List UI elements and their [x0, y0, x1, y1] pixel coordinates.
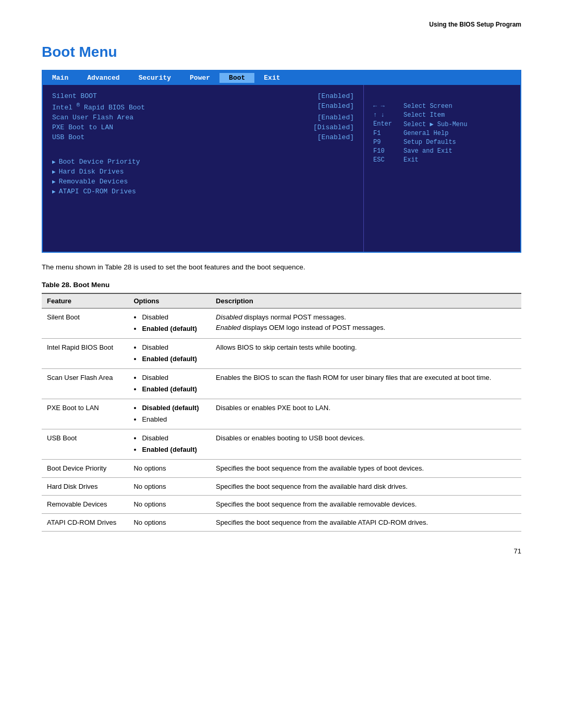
bios-key-desc-enter: Select ▶ Sub-Menu [403, 120, 467, 128]
bios-key-arrows: ← → [373, 103, 398, 110]
options-scan-user: Disabled Enabled (default) [128, 369, 211, 399]
feature-usb-boot: USB Boot [42, 429, 128, 460]
col-description: Description [211, 293, 521, 309]
bios-help-row-arrows: ← → Select Screen [373, 103, 511, 110]
table-row: USB Boot Disabled Enabled (default) Disa… [42, 429, 521, 460]
bios-menu-exit[interactable]: Exit [254, 73, 289, 83]
bios-submenu-label-boot-device: Boot Device Priority [59, 158, 140, 166]
desc-atapi: Specifies the boot sequence from the ava… [211, 513, 521, 532]
bios-help-row-p9: P9 Setup Defaults [373, 139, 511, 146]
bios-left-panel: Silent BOOT [Enabled] Intel ® Rapid BIOS… [43, 85, 364, 252]
bios-menu-security[interactable]: Security [129, 73, 180, 83]
desc-removable: Specifies the boot sequence from the ava… [211, 496, 521, 514]
bios-key-p9: P9 [373, 139, 398, 146]
feature-atapi: ATAPI CD-ROM Drives [42, 513, 128, 532]
table-row: PXE Boot to LAN Disabled (default) Enabl… [42, 399, 521, 429]
feature-hard-disk: Hard Disk Drives [42, 477, 128, 496]
desc-hard-disk: Specifies the boot sequence from the ava… [211, 477, 521, 496]
bios-setting-silent-boot: Silent BOOT [Enabled] [52, 92, 354, 100]
bios-value-rapid-bios: [Enabled] [317, 102, 354, 112]
bios-setting-pxe-boot: PXE Boot to LAN [Disabled] [52, 124, 354, 131]
desc-intel-rapid: Allows BIOS to skip certain tests while … [211, 339, 521, 369]
bios-submenu-boot-device[interactable]: ▶ Boot Device Priority [52, 158, 354, 166]
bios-help-row-esc: ESC Exit [373, 156, 511, 164]
bios-value-scan-user: [Enabled] [317, 114, 354, 121]
bios-key-desc-updown: Select Item [403, 112, 445, 119]
page-number: 71 [42, 547, 521, 555]
bios-setting-usb-boot: USB Boot [Enabled] [52, 133, 354, 141]
options-atapi: No options [128, 513, 211, 532]
feature-removable: Removable Devices [42, 496, 128, 514]
bios-menu-power[interactable]: Power [180, 73, 219, 83]
table-row: Boot Device Priority No options Specifie… [42, 460, 521, 478]
desc-boot-device: Specifies the boot sequence from the ava… [211, 460, 521, 478]
bios-submenu-label-hard-disk: Hard Disk Drives [59, 168, 124, 176]
options-usb-boot: Disabled Enabled (default) [128, 429, 211, 460]
bios-menu-bar: Main Advanced Security Power Boot Exit [43, 71, 520, 85]
desc-pxe-boot: Disables or enables PXE boot to LAN. [211, 399, 521, 429]
arrow-icon: ▶ [52, 168, 56, 175]
arrow-icon: ▶ [52, 158, 56, 165]
bios-value-pxe-boot: [Disabled] [313, 124, 354, 131]
feature-intel-rapid: Intel Rapid BIOS Boot [42, 339, 128, 369]
bios-help-section: ← → Select Screen ↑ ↓ Select Item Enter … [373, 103, 511, 164]
bios-screen: Main Advanced Security Power Boot Exit S… [42, 70, 521, 253]
options-boot-device: No options [128, 460, 211, 478]
bios-key-f1: F1 [373, 130, 398, 137]
bios-menu-main[interactable]: Main [43, 73, 78, 83]
bios-key-desc-arrows: Select Screen [403, 103, 452, 110]
arrow-icon: ▶ [52, 188, 56, 195]
description-text: The menu shown in Table 28 is used to se… [42, 262, 521, 273]
table-row: Removable Devices No options Specifies t… [42, 496, 521, 514]
feature-pxe-boot: PXE Boot to LAN [42, 399, 128, 429]
bios-value-silent-boot: [Enabled] [317, 92, 354, 100]
bios-submenu-removable[interactable]: ▶ Removable Devices [52, 178, 354, 186]
bios-menu-advanced[interactable]: Advanced [78, 73, 129, 83]
bios-setting-rapid-bios: Intel ® Rapid BIOS Boot [Enabled] [52, 102, 354, 112]
bios-submenu-label-removable: Removable Devices [59, 178, 128, 186]
bios-submenu-atapi[interactable]: ▶ ATAPI CD-ROM Drives [52, 188, 354, 195]
table-row: Hard Disk Drives No options Specifies th… [42, 477, 521, 496]
table-row: ATAPI CD-ROM Drives No options Specifies… [42, 513, 521, 532]
table-header-row: Feature Options Description [42, 293, 521, 309]
table-caption: Table 28. Boot Menu [42, 281, 521, 289]
feature-scan-user: Scan User Flash Area [42, 369, 128, 399]
page-header: Using the BIOS Setup Program [42, 21, 521, 28]
desc-scan-user: Enables the BIOS to scan the flash ROM f… [211, 369, 521, 399]
bios-key-desc-f10: Save and Exit [403, 147, 452, 155]
bios-setting-scan-user: Scan User Flash Area [Enabled] [52, 114, 354, 121]
options-silent-boot: Disabled Enabled (default) [128, 309, 211, 339]
bios-help-row-enter: Enter Select ▶ Sub-Menu [373, 120, 511, 128]
options-hard-disk: No options [128, 477, 211, 496]
options-removable: No options [128, 496, 211, 514]
bios-key-desc-f1: General Help [403, 130, 448, 137]
table-row: Silent Boot Disabled Enabled (default) D… [42, 309, 521, 339]
feature-boot-device: Boot Device Priority [42, 460, 128, 478]
bios-submenu-hard-disk[interactable]: ▶ Hard Disk Drives [52, 168, 354, 176]
options-intel-rapid: Disabled Enabled (default) [128, 339, 211, 369]
options-pxe-boot: Disabled (default) Enabled [128, 399, 211, 429]
table-row: Intel Rapid BIOS Boot Disabled Enabled (… [42, 339, 521, 369]
bios-key-updown: ↑ ↓ [373, 112, 398, 119]
bios-help-row-f1: F1 General Help [373, 130, 511, 137]
bios-key-desc-p9: Setup Defaults [403, 139, 456, 146]
bios-label-scan-user: Scan User Flash Area [52, 114, 133, 121]
bios-label-pxe-boot: PXE Boot to LAN [52, 124, 113, 131]
bios-key-desc-esc: Exit [403, 156, 419, 164]
col-feature: Feature [42, 293, 128, 309]
col-options: Options [128, 293, 211, 309]
bios-label-usb-boot: USB Boot [52, 133, 84, 141]
table-row: Scan User Flash Area Disabled Enabled (d… [42, 369, 521, 399]
bios-key-enter: Enter [373, 120, 398, 128]
feature-silent-boot: Silent Boot [42, 309, 128, 339]
section-title: Boot Menu [42, 44, 521, 60]
bios-body: Silent BOOT [Enabled] Intel ® Rapid BIOS… [43, 85, 520, 252]
arrow-icon: ▶ [52, 178, 56, 185]
bios-label-rapid-bios: Intel ® Rapid BIOS Boot [52, 102, 145, 112]
desc-usb-boot: Disables or enables booting to USB boot … [211, 429, 521, 460]
desc-silent-boot: Disabled displays normal POST messages. … [211, 309, 521, 339]
bios-help-row-f10: F10 Save and Exit [373, 147, 511, 155]
header-title: Using the BIOS Setup Program [429, 21, 521, 28]
bios-value-usb-boot: [Enabled] [317, 133, 354, 141]
bios-menu-boot[interactable]: Boot [219, 73, 254, 83]
